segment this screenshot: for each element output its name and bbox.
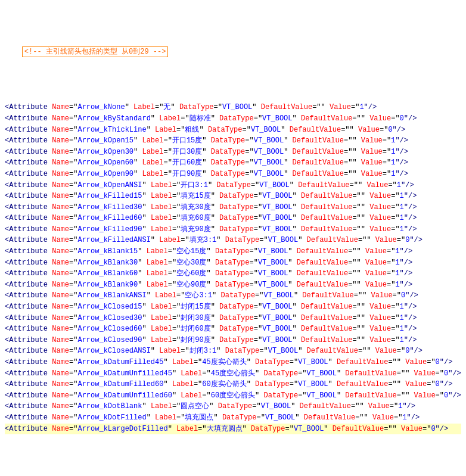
attr-datatype-key: DataType xyxy=(219,336,254,344)
attr-name-val: Arrow_kFilled15 xyxy=(77,192,142,200)
attr-label-val: 填充圆点 xyxy=(185,413,213,422)
attr-value-val: 1 xyxy=(395,259,399,267)
attr-datatype-key: DataType xyxy=(221,291,256,300)
attr-label-val: 封闭90度 xyxy=(181,336,210,344)
xml-open-tag: <Attribute xyxy=(5,103,52,111)
xml-open-tag: <Attribute xyxy=(5,325,52,333)
attr-datatype-val: VT_BOOL xyxy=(265,413,295,422)
attr-label-key: Label xyxy=(147,281,168,289)
attr-label-val: 圆点空心 xyxy=(181,402,209,410)
attr-row-22: <Attribute Name="Arrow_kClosed90" Label=… xyxy=(5,335,461,346)
attr-value-val: 1 xyxy=(400,314,404,322)
xml-close-tag: "/> xyxy=(402,402,415,410)
attr-name-key: Name xyxy=(52,225,69,234)
attr-default-key: DefaultValue xyxy=(301,114,352,123)
attr-value-key: Value xyxy=(369,225,391,234)
attr-datatype-key: DataType xyxy=(225,347,260,355)
attr-label-val: 封闭60度 xyxy=(181,325,210,333)
xml-close-tag: "/> xyxy=(364,103,377,111)
attr-name-val: Arrow_kDotFilled xyxy=(77,413,146,422)
attr-datatype-val: VT_BOOL xyxy=(298,358,328,366)
code-container: <!-- 主引线箭头包括的类型 从0到29 --> <Attribute Nam… xyxy=(0,0,466,476)
attr-label-key: Label xyxy=(151,314,172,322)
attr-datatype-val: VT_BOOL xyxy=(298,380,328,388)
attr-label-val: 粗线 xyxy=(185,126,199,134)
attr-default-key: DefaultValue xyxy=(290,126,341,134)
attr-name-val: Arrow_kClosed60 xyxy=(77,325,142,333)
attr-default-key: DefaultValue xyxy=(298,181,349,189)
attr-value-val: 1 xyxy=(400,325,404,333)
xml-close-tag: "/> xyxy=(404,192,417,200)
attr-datatype-key: DataType xyxy=(255,358,290,366)
attr-name-val: Arrow_kByStandard xyxy=(77,114,150,123)
attr-label-val: 45度实心箭头 xyxy=(202,358,246,366)
attr-label-val: 空心30度 xyxy=(176,259,206,267)
attr-datatype-val: VT_BOOL xyxy=(222,103,252,111)
attr-name-key: Name xyxy=(52,425,69,433)
xml-close-tag: "/> xyxy=(393,126,406,134)
attr-datatype-key: DataType xyxy=(211,170,246,178)
attr-datatype-key: DataType xyxy=(225,236,260,244)
attr-value-key: Value xyxy=(366,181,388,189)
attr-row-23: <Attribute Name="Arrow_kClosedANSI" Labe… xyxy=(5,346,461,357)
attr-name-key: Name xyxy=(52,148,69,156)
attr-row-10: <Attribute Name="Arrow_kFilled30" Label=… xyxy=(5,202,461,213)
attr-default-key: DefaultValue xyxy=(301,336,352,344)
xml-open-tag: <Attribute xyxy=(5,425,52,433)
xml-close-tag: "/> xyxy=(404,214,417,222)
attr-label-val: 开口3:1 xyxy=(181,181,208,189)
attr-datatype-key: DataType xyxy=(208,126,243,134)
attr-label-val: 无 xyxy=(163,103,170,111)
attr-datatype-val: VT_BOOL xyxy=(254,170,284,178)
mid-comment-line: <!-- 平台自带箭头 从100到120 --> xyxy=(5,468,461,476)
attr-name-val: Arrow_kNone xyxy=(77,103,125,111)
top-comment-line: <!-- 主引线箭头包括的类型 从0到29 --> xyxy=(5,36,461,69)
xml-close-tag: "/> xyxy=(400,269,413,278)
attr-value-val: 1 xyxy=(395,281,399,289)
attr-datatype-key: DataType xyxy=(219,314,254,322)
attr-label-val: 填充3:1 xyxy=(189,236,217,244)
attr-row-18: <Attribute Name="Arrow_kBlankANSI" Label… xyxy=(5,290,461,301)
attr-name-key: Name xyxy=(52,192,69,200)
attr-datatype-val: VT_BOOL xyxy=(262,114,292,123)
attr-value-val: 1 xyxy=(400,336,404,344)
attr-name-key: Name xyxy=(52,203,69,211)
attr-label-val: 封闭15度 xyxy=(181,303,210,311)
attr-name-key: Name xyxy=(52,358,69,366)
attr-label-key: Label xyxy=(142,136,163,145)
xml-close-tag: "/> xyxy=(395,158,408,167)
attr-value-val: 0 xyxy=(388,126,392,134)
attr-name-key: Name xyxy=(52,103,69,111)
attr-name-key: Name xyxy=(52,303,69,311)
attr-label-key: Label xyxy=(142,148,163,156)
attr-label-key: Label xyxy=(151,402,172,410)
xml-open-tag: <Attribute xyxy=(5,181,52,189)
attr-datatype-val: VT_BOOL xyxy=(262,192,292,200)
attr-datatype-key: DataType xyxy=(255,380,290,388)
attr-label-val: 开口15度 xyxy=(172,136,202,145)
attr-name-val: Arrow_kLargeDotFilled xyxy=(77,425,167,433)
attr-value-key: Value xyxy=(369,314,391,322)
attr-row-15: <Attribute Name="Arrow_kBlank30" Label="… xyxy=(5,257,461,269)
attr-datatype-val: VT_BOOL xyxy=(268,236,298,244)
attr-label-key: Label xyxy=(151,303,172,311)
attr-label-key: Label xyxy=(151,214,172,222)
attr-label-key: Label xyxy=(151,192,172,200)
attr-name-val: Arrow_kDatumUnfilled60 xyxy=(77,391,172,400)
attr-value-key: Value xyxy=(369,192,391,200)
xml-close-tag: "/> xyxy=(440,380,453,388)
attr-value-val: 0 xyxy=(400,114,404,123)
attr-row-7: <Attribute Name="Arrow_kOpen90" Label="开… xyxy=(5,169,461,180)
attr-name-val: Arrow_kClosedANSI xyxy=(77,347,150,355)
attr-label-key: Label xyxy=(147,259,168,267)
attr-value-val: 1 xyxy=(400,203,404,211)
attr-label-key: Label xyxy=(159,236,181,244)
attr-datatype-key: DataType xyxy=(219,214,254,222)
attr-row-20: <Attribute Name="Arrow_kClosed30" Label=… xyxy=(5,313,461,324)
attr-label-val: 空心15度 xyxy=(176,247,206,256)
attr-label-val: 封闭30度 xyxy=(181,314,210,322)
attr-label-key: Label xyxy=(142,170,163,178)
attr-default-key: DefaultValue xyxy=(301,314,352,322)
attr-value-key: Value xyxy=(369,214,391,222)
attr-name-val: Arrow_kOpen15 xyxy=(77,136,133,145)
